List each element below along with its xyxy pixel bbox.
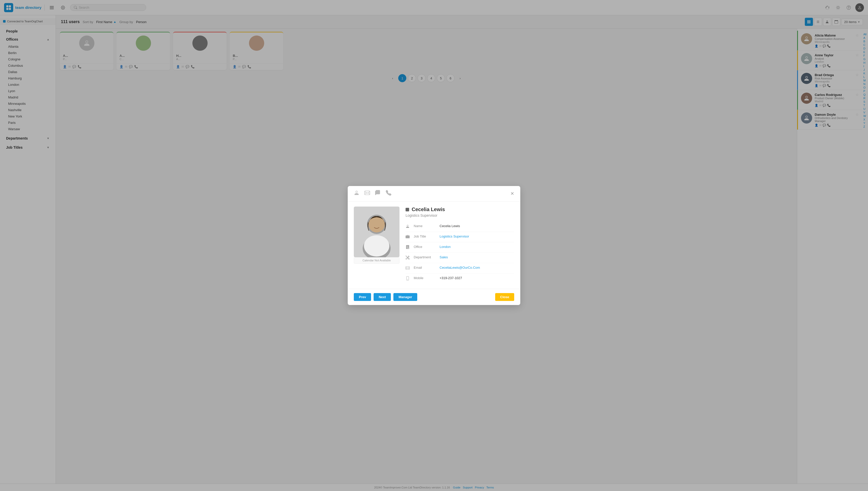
modal-person-name: Cecelia Lewis (412, 206, 445, 212)
mobile-field-value: +319-237-1027 (440, 276, 462, 280)
modal-photo-caption: Calendar Not Available (354, 257, 400, 264)
email-field-value[interactable]: CeceliaLewis@OurCo.Com (440, 266, 480, 269)
svg-point-10 (364, 235, 389, 257)
modal-field-office: Office London (406, 242, 514, 253)
modal-field-jobtitle: Job Title Logistics Supervisor (406, 232, 514, 242)
mobile-field-label: Mobile (414, 276, 437, 280)
modal-photo (354, 206, 400, 257)
modal-info: Cecelia Lewis Logistics Supervisor Name … (406, 206, 514, 284)
jobtitle-field-label: Job Title (414, 234, 437, 238)
department-field-value[interactable]: Sales (440, 255, 448, 259)
office-field-value[interactable]: London (440, 245, 451, 249)
modal-photo-area: Calendar Not Available (354, 206, 400, 284)
modal-name-color-indicator (406, 208, 409, 211)
name-field-icon (406, 224, 411, 229)
next-button[interactable]: Next (374, 293, 391, 301)
modal-body: Calendar Not Available Cecelia Lewis Log… (348, 201, 520, 289)
office-field-label: Office (414, 245, 437, 249)
modal-field-department: Department Sales (406, 253, 514, 263)
modal-phone-icon[interactable] (386, 190, 392, 197)
modal-close-btn[interactable]: ✕ (511, 191, 514, 196)
modal-person-icon[interactable] (354, 190, 359, 197)
modal-chat-icon[interactable] (375, 190, 381, 197)
office-field-icon (406, 245, 411, 250)
svg-point-11 (369, 216, 385, 232)
email-field-label: Email (414, 266, 437, 269)
person-modal: ✕ (348, 186, 520, 305)
modal-header: ✕ (348, 186, 520, 201)
close-button[interactable]: Close (495, 293, 514, 301)
name-field-label: Name (414, 224, 437, 228)
mobile-field-icon (406, 276, 411, 281)
modal-field-mobile: Mobile +319-237-1027 (406, 273, 514, 284)
email-field-icon (406, 266, 411, 271)
prev-button[interactable]: Prev (354, 293, 371, 301)
jobtitle-field-value[interactable]: Logistics Supervisor (440, 234, 469, 238)
modal-overlay[interactable]: ✕ (0, 0, 868, 491)
department-field-icon (406, 256, 411, 260)
modal-email-icon[interactable] (365, 190, 370, 197)
name-field-value: Cecelia Lewis (440, 224, 460, 228)
department-field-label: Department (414, 255, 437, 259)
jobtitle-field-icon (406, 235, 411, 239)
manager-button[interactable]: Manager (394, 293, 417, 301)
modal-field-email: Email CeceliaLewis@OurCo.Com (406, 263, 514, 273)
modal-job-title-display: Logistics Supervisor (406, 213, 514, 218)
modal-footer: Prev Next Manager Close (348, 289, 520, 305)
modal-field-name: Name Cecelia Lewis (406, 222, 514, 232)
